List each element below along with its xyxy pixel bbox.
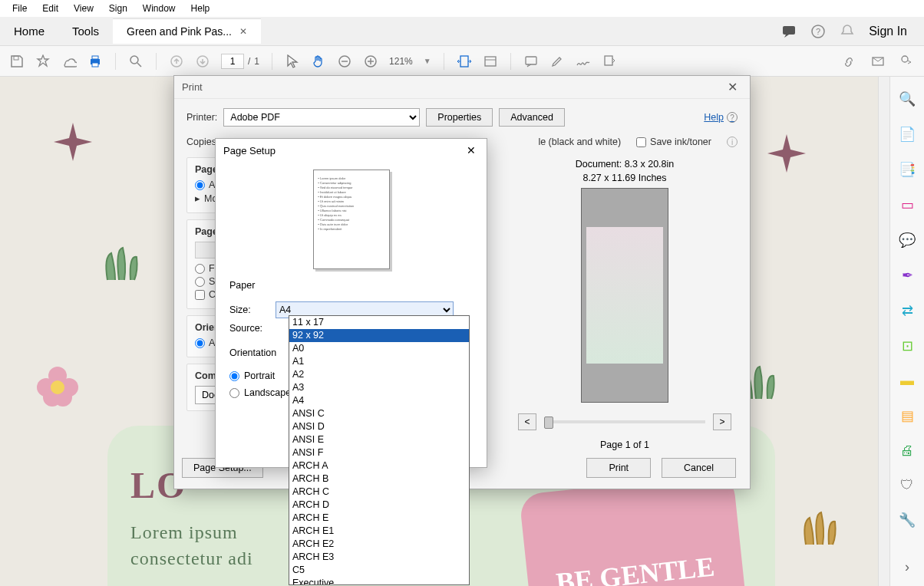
search-panel-icon[interactable]: 🔍 [899, 91, 916, 107]
search-icon[interactable] [128, 54, 144, 69]
chat-icon[interactable] [781, 24, 797, 39]
orientation-legend: Orientation [229, 347, 276, 358]
paper-size-dropdown[interactable]: 11 x 1792 x 92A0A1A2A3A4ANSI CANSI DANSI… [289, 315, 470, 585]
tab-document[interactable]: Green and Pink Pas... ✕ [113, 18, 261, 44]
paper-size-option[interactable]: ANSI E [289, 433, 469, 446]
print-preview: Document: 8.3 x 20.8in 8.27 x 11.69 Inch… [513, 159, 736, 450]
paper-size-option[interactable]: 11 x 17 [289, 316, 469, 329]
paper-size-option[interactable]: ARCH E3 [289, 551, 469, 564]
help-link[interactable]: Help ? [704, 112, 738, 123]
page-up-icon[interactable] [169, 54, 184, 69]
organize-icon[interactable]: ⇄ [902, 302, 913, 319]
close-icon[interactable]: ✕ [464, 144, 479, 156]
help-icon[interactable]: ? [810, 24, 826, 39]
menu-help[interactable]: Help [183, 2, 218, 15]
paper-size-option[interactable]: ANSI D [289, 420, 469, 433]
page-down-icon[interactable] [195, 54, 210, 69]
print-button[interactable]: Print [586, 458, 651, 478]
print-dialog-titlebar[interactable]: Print ✕ [174, 76, 750, 99]
menu-view[interactable]: View [66, 2, 101, 15]
paper-size-option[interactable]: A0 [289, 342, 469, 355]
svg-point-22 [902, 56, 908, 62]
cancel-button[interactable]: Cancel [662, 458, 736, 478]
svg-rect-16 [460, 56, 468, 67]
right-side-panel: 🔍 📄 📑 ▭ 💬 ✒ ⇄ ⊡ ▬ ▤ 🖨 🛡 🔧 › [889, 77, 924, 586]
comment-panel-icon[interactable]: 💬 [899, 232, 916, 249]
sign-icon[interactable] [576, 54, 591, 69]
star-icon[interactable] [35, 54, 51, 69]
paper-size-option[interactable]: A4 [289, 394, 469, 407]
paper-size-option[interactable]: ARCH E2 [289, 538, 469, 551]
page-setup-title: Page Setup [223, 145, 276, 156]
select-icon[interactable] [285, 54, 300, 69]
preview-slider[interactable] [544, 420, 705, 423]
paper-size-option[interactable]: A3 [289, 381, 469, 394]
paper-size-option[interactable]: ARCH B [289, 472, 469, 486]
paper-size-option[interactable]: A1 [289, 355, 469, 368]
collapse-panel-icon[interactable]: › [905, 559, 909, 575]
link-icon[interactable] [841, 54, 856, 69]
size-label: Size: [229, 305, 276, 315]
edit-pdf-icon[interactable]: ▭ [901, 196, 914, 213]
page-total: 1 [254, 56, 259, 67]
compress-icon[interactable]: ⊡ [902, 337, 913, 354]
printer-select[interactable]: Adobe PDF [223, 108, 420, 127]
paper-size-option[interactable]: ARCH C [289, 486, 469, 499]
properties-button[interactable]: Properties [426, 108, 493, 127]
paper-size-option[interactable]: ANSI F [289, 446, 469, 459]
share-icon[interactable] [899, 54, 915, 69]
zoom-level[interactable]: 121% [389, 56, 413, 67]
export-pdf-icon[interactable]: 📄 [899, 126, 916, 143]
preview-next-button[interactable]: > [713, 413, 731, 430]
menu-file[interactable]: File [5, 2, 35, 15]
fill-sign-icon[interactable]: ✒ [902, 267, 913, 284]
shield-icon[interactable]: 🛡 [900, 477, 914, 493]
paper-size-option[interactable]: C5 [289, 564, 469, 577]
cloud-icon[interactable] [61, 54, 77, 69]
advanced-button[interactable]: Advanced [499, 108, 565, 127]
paper-size-option[interactable]: ARCH A [289, 459, 469, 472]
toolbar: / 1 121% ▼ [0, 46, 924, 77]
redact-icon[interactable]: ▬ [900, 373, 914, 389]
plant-deco [100, 242, 146, 284]
sign-in-link[interactable]: Sign In [869, 25, 907, 38]
save-ink-checkbox[interactable]: Save ink/toner [636, 137, 711, 147]
highlight-icon[interactable] [549, 54, 565, 69]
mail-icon[interactable] [870, 54, 886, 69]
svg-rect-6 [92, 63, 98, 67]
bell-icon[interactable] [840, 24, 855, 39]
fit-page-icon[interactable] [483, 54, 498, 69]
paper-size-option[interactable]: ANSI C [289, 407, 469, 420]
menu-edit[interactable]: Edit [35, 2, 66, 15]
print-icon[interactable] [87, 54, 103, 69]
paper-size-option[interactable]: ARCH E1 [289, 525, 469, 538]
svg-rect-20 [605, 56, 612, 65]
page-setup-titlebar[interactable]: Page Setup ✕ [216, 139, 487, 162]
zoom-out-icon[interactable] [337, 54, 352, 69]
menu-window[interactable]: Window [135, 2, 183, 15]
stamp-icon[interactable] [602, 54, 617, 69]
tab-close-icon[interactable]: ✕ [239, 26, 247, 37]
document-dimensions: Document: 8.3 x 20.8in [513, 159, 736, 170]
preview-prev-button[interactable]: < [518, 413, 536, 430]
close-icon[interactable]: ✕ [723, 80, 742, 94]
tab-tools[interactable]: Tools [58, 18, 113, 44]
protect-icon[interactable]: 🖨 [900, 443, 914, 459]
hand-icon[interactable] [311, 54, 326, 69]
more-tools-icon[interactable]: 🔧 [899, 512, 916, 528]
save-icon[interactable] [9, 54, 25, 69]
fit-width-icon[interactable] [457, 54, 472, 69]
page-current-input[interactable] [221, 54, 244, 69]
zoom-in-icon[interactable] [363, 54, 378, 69]
paper-size-option[interactable]: ARCH E [289, 512, 469, 525]
paper-size-option[interactable]: ARCH D [289, 499, 469, 512]
combine-icon[interactable]: ▤ [901, 407, 914, 424]
page-indicator: / 1 [221, 54, 259, 69]
create-pdf-icon[interactable]: 📑 [899, 161, 916, 178]
paper-size-option[interactable]: Executive [289, 577, 469, 585]
paper-size-option[interactable]: A2 [289, 368, 469, 381]
tab-home[interactable]: Home [0, 18, 58, 44]
comment-icon[interactable] [523, 54, 539, 69]
menu-sign[interactable]: Sign [101, 2, 135, 15]
paper-size-option[interactable]: 92 x 92 [289, 329, 469, 342]
